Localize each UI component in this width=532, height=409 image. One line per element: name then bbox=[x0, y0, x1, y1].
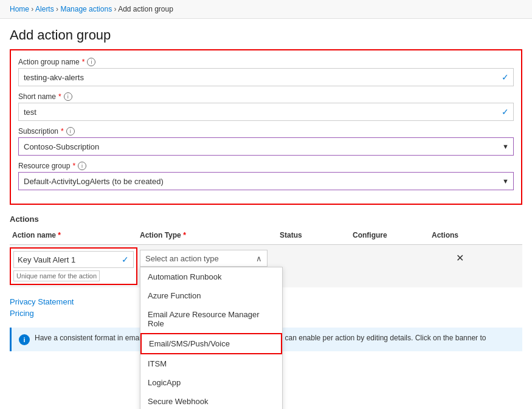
resource-group-select[interactable]: Default-ActivityLogAlerts (to be created… bbox=[18, 172, 514, 190]
delete-action-button[interactable]: ✕ bbox=[456, 252, 464, 264]
action-name-hint: Unique name for the action bbox=[13, 270, 100, 281]
action-type-menu: Automation Runbook Azure Function Email … bbox=[140, 267, 283, 409]
action-group-name-field: Action group name * i ✓ bbox=[18, 58, 514, 86]
short-name-input-wrapper: ✓ bbox=[18, 103, 514, 121]
breadcrumb-current: Add action group bbox=[118, 5, 173, 13]
main-content: Action group name * i ✓ Short name * i ✓ bbox=[0, 49, 532, 361]
breadcrumb-manage-actions[interactable]: Manage actions bbox=[60, 5, 112, 13]
short-name-field: Short name * i ✓ bbox=[18, 92, 514, 121]
breadcrumb-sep3: › bbox=[114, 5, 116, 13]
dropdown-item-logic-app[interactable]: LogicApp bbox=[140, 373, 282, 392]
action-group-name-input[interactable] bbox=[18, 68, 514, 86]
action-name-input[interactable] bbox=[13, 251, 134, 268]
action-type-cell: Select an action type ∧ Automation Runbo… bbox=[137, 247, 277, 269]
subscription-field: Subscription * i Contoso-Subscription ▼ bbox=[18, 127, 514, 156]
dropdown-item-secure-webhook[interactable]: Secure Webhook bbox=[140, 392, 282, 409]
short-name-info-icon[interactable]: i bbox=[64, 92, 72, 101]
action-group-name-check-icon: ✓ bbox=[502, 72, 509, 82]
subscription-label: Subscription * i bbox=[18, 127, 514, 136]
delete-action-cell: ✕ bbox=[429, 247, 490, 269]
resource-group-label: Resource group * i bbox=[18, 162, 514, 170]
action-type-chevron-icon: ∧ bbox=[256, 254, 262, 263]
dropdown-item-email-arm-role[interactable]: Email Azure Resource Manager Role bbox=[140, 305, 282, 333]
action-name-cell: ✓ Unique name for the action bbox=[10, 247, 137, 285]
resource-group-select-wrapper: Default-ActivityLogAlerts (to be created… bbox=[18, 172, 514, 190]
dropdown-item-itsm[interactable]: ITSM bbox=[140, 354, 282, 373]
short-name-input[interactable] bbox=[18, 103, 514, 121]
dropdown-item-azure-function[interactable]: Azure Function bbox=[140, 286, 282, 305]
action-group-name-info-icon[interactable]: i bbox=[87, 58, 95, 66]
subscription-select[interactable]: Contoso-Subscription bbox=[18, 137, 514, 156]
form-section: Action group name * i ✓ Short name * i ✓ bbox=[10, 49, 522, 205]
breadcrumb-alerts[interactable]: Alerts bbox=[35, 5, 54, 13]
page-title: Add action group bbox=[0, 19, 532, 49]
action-group-name-label: Action group name * i bbox=[18, 58, 514, 66]
breadcrumb: Home › Alerts › Manage actions › Add act… bbox=[0, 0, 532, 19]
status-cell bbox=[277, 247, 350, 252]
col-action-type: Action Type * bbox=[137, 229, 277, 242]
col-action-name: Action name * bbox=[10, 229, 137, 242]
action-type-placeholder: Select an action type bbox=[145, 254, 219, 263]
resource-group-info-icon[interactable]: i bbox=[78, 162, 86, 170]
configure-cell bbox=[350, 247, 429, 252]
info-banner-icon: i bbox=[19, 334, 30, 345]
resource-group-field: Resource group * i Default-ActivityLogAl… bbox=[18, 162, 514, 190]
actions-section-label: Actions bbox=[10, 215, 522, 224]
action-type-selected[interactable]: Select an action type ∧ bbox=[140, 250, 268, 267]
col-configure: Configure bbox=[350, 229, 429, 242]
col-actions: Actions bbox=[429, 229, 490, 242]
action-name-input-wrapper: ✓ bbox=[13, 251, 134, 268]
actions-table-header: Action name * Action Type * Status Confi… bbox=[10, 229, 522, 245]
short-name-check-icon: ✓ bbox=[502, 107, 509, 117]
dropdown-item-automation-runbook[interactable]: Automation Runbook bbox=[140, 267, 282, 286]
breadcrumb-sep2: › bbox=[56, 5, 58, 13]
short-name-label: Short name * i bbox=[18, 92, 514, 101]
action-group-name-input-wrapper: ✓ bbox=[18, 68, 514, 86]
action-name-check-icon: ✓ bbox=[122, 255, 129, 264]
table-row: ✓ Unique name for the action Select an a… bbox=[10, 245, 522, 287]
breadcrumb-sep1: › bbox=[31, 5, 33, 13]
action-type-dropdown: Select an action type ∧ Automation Runbo… bbox=[140, 250, 275, 267]
col-status: Status bbox=[277, 229, 350, 242]
subscription-select-wrapper: Contoso-Subscription ▼ bbox=[18, 137, 514, 156]
subscription-info-icon[interactable]: i bbox=[66, 127, 75, 136]
actions-section: Actions Action name * Action Type * Stat… bbox=[10, 215, 522, 287]
dropdown-item-email-sms-push-voice[interactable]: Email/SMS/Push/Voice bbox=[140, 333, 282, 354]
breadcrumb-home[interactable]: Home bbox=[10, 5, 29, 13]
